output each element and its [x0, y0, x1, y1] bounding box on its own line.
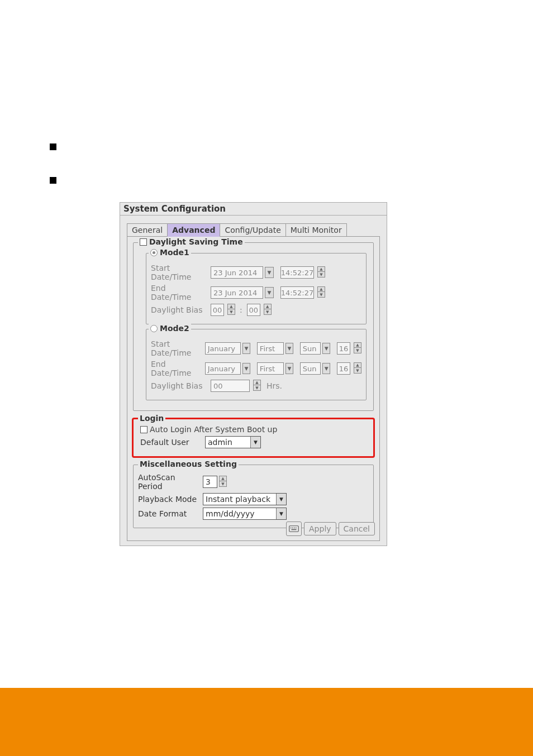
mode1-bias-h[interactable]: 00: [211, 304, 224, 316]
spinner-icon[interactable]: ▲▼: [219, 476, 227, 488]
dropdown-icon[interactable]: ▼: [265, 267, 274, 278]
mode1-group: Mode1 Start Date/Time 23 Jun 2014 ▼ 14:5…: [146, 253, 367, 324]
mode2-end-label: End Date/Time: [151, 360, 203, 377]
spinner-icon[interactable]: ▲▼: [264, 304, 272, 316]
svg-rect-2: [292, 528, 293, 529]
playback-label: Playback Mode: [138, 495, 201, 504]
dropdown-icon[interactable]: ▼: [285, 343, 294, 354]
default-user-select[interactable]: admin ▼: [205, 436, 261, 448]
default-user-label: Default User: [140, 438, 203, 447]
dropdown-icon[interactable]: ▼: [242, 343, 251, 354]
hrs-label: Hrs.: [266, 381, 282, 390]
login-group: Login Auto Login After System Boot up De…: [133, 419, 374, 457]
mode2-end-which[interactable]: First: [257, 362, 284, 375]
mode1-end-time[interactable]: 14:52:27: [280, 286, 314, 299]
spinner-icon[interactable]: ▲▼: [317, 286, 325, 299]
login-legend: Login: [140, 414, 164, 423]
mode1-legend: Mode1: [160, 248, 189, 257]
dateformat-select[interactable]: mm/dd/yyyy ▼: [203, 508, 287, 520]
mode1-start-date[interactable]: 23 Jun 2014: [211, 266, 263, 279]
svg-rect-4: [296, 528, 297, 529]
spinner-icon[interactable]: ▲▼: [354, 362, 361, 375]
mode2-start-label: Start Date/Time: [151, 339, 203, 357]
dropdown-icon: ▼: [276, 494, 286, 505]
mode2-end-hour[interactable]: 16: [337, 362, 350, 375]
mode2-radio[interactable]: [150, 325, 158, 332]
mode2-start-month[interactable]: January: [205, 342, 241, 355]
dst-checkbox[interactable]: [140, 238, 147, 246]
apply-button[interactable]: Apply: [304, 522, 336, 535]
spinner-icon[interactable]: ▲▼: [317, 266, 325, 279]
mode1-start-time[interactable]: 14:52:27: [280, 266, 314, 279]
dropdown-icon[interactable]: ▼: [265, 287, 274, 298]
spinner-icon[interactable]: ▲▼: [253, 380, 261, 392]
footer-bar: [0, 688, 533, 756]
spinner-icon[interactable]: ▲▼: [227, 304, 235, 316]
mode1-bias-m[interactable]: 00: [247, 304, 260, 316]
dst-legend: Daylight Saving Time: [149, 237, 243, 246]
mode2-end-month[interactable]: January: [205, 362, 241, 375]
dropdown-icon: ▼: [276, 508, 286, 519]
mode2-start-which[interactable]: First: [257, 342, 284, 355]
colon-label: :: [240, 305, 242, 314]
dropdown-icon[interactable]: ▼: [285, 363, 294, 374]
mode1-start-label: Start Date/Time: [151, 264, 208, 281]
dropdown-icon[interactable]: ▼: [322, 343, 331, 354]
mode2-group: Mode2 Start Date/Time January ▼ First ▼ …: [146, 329, 367, 400]
svg-rect-0: [289, 526, 299, 532]
spinner-icon[interactable]: ▲▼: [354, 342, 361, 355]
autoscan-label: AutoScan Period: [138, 473, 201, 491]
auto-login-checkbox[interactable]: [140, 426, 147, 433]
system-configuration-window: System Configuration General Advanced Co…: [120, 202, 387, 546]
mode1-bias-label: Daylight Bias: [151, 305, 208, 314]
mode1-end-label: End Date/Time: [151, 284, 208, 302]
mode1-radio[interactable]: [150, 249, 158, 256]
dateformat-label: Date Format: [138, 509, 201, 518]
mode2-start-day[interactable]: Sun: [300, 342, 321, 355]
window-title: System Configuration: [120, 203, 387, 216]
auto-login-label: Auto Login After System Boot up: [150, 425, 277, 434]
mode2-legend: Mode2: [160, 324, 189, 333]
svg-rect-3: [294, 528, 295, 529]
mode2-end-day[interactable]: Sun: [300, 362, 321, 375]
dropdown-icon: ▼: [250, 437, 260, 448]
tab-advanced[interactable]: Advanced: [167, 223, 220, 237]
mode1-end-date[interactable]: 23 Jun 2014: [211, 286, 263, 299]
playback-select[interactable]: Instant playback ▼: [203, 493, 287, 505]
tab-general[interactable]: General: [127, 223, 168, 237]
dst-group: Daylight Saving Time Mode1 Start Date/Ti…: [133, 242, 374, 411]
dropdown-icon[interactable]: ▼: [322, 363, 331, 374]
misc-legend: Miscellaneous Setting: [140, 460, 237, 468]
keyboard-icon[interactable]: [286, 521, 302, 536]
dropdown-icon[interactable]: ▼: [242, 363, 251, 374]
tab-config-update[interactable]: Config/Update: [220, 223, 285, 237]
misc-group: Miscellaneous Setting AutoScan Period 3 …: [133, 465, 374, 528]
svg-rect-1: [291, 528, 292, 529]
tab-multi-monitor[interactable]: Multi Monitor: [285, 223, 347, 237]
mode2-bias-label: Daylight Bias: [151, 381, 208, 390]
mode2-bias[interactable]: 00: [211, 380, 250, 392]
autoscan-input[interactable]: 3: [203, 476, 217, 488]
advanced-panel: Daylight Saving Time Mode1 Start Date/Ti…: [127, 236, 380, 541]
svg-rect-5: [292, 529, 297, 530]
tabs: General Advanced Config/Update Multi Mon…: [127, 223, 380, 237]
cancel-button[interactable]: Cancel: [339, 522, 375, 535]
mode2-start-hour[interactable]: 16: [337, 342, 350, 355]
